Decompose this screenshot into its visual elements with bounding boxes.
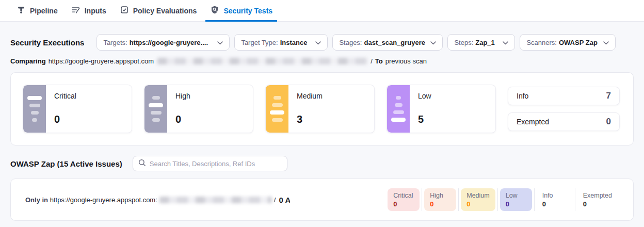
low-badge: Low 0 — [500, 188, 532, 211]
dropdown-label: Targets: — [103, 39, 127, 46]
info-summary-card: Info 7 — [508, 87, 620, 105]
exempted-badge: Exempted 0 — [577, 188, 618, 211]
severity-count: 0 — [606, 117, 611, 127]
steps-dropdown[interactable]: Steps:Zap_1 — [447, 34, 515, 51]
magnifier-icon — [138, 159, 146, 169]
separator: / — [274, 196, 276, 204]
only-in-label: Only in — [25, 196, 48, 204]
top-nav: Pipeline Inputs Policy Evaluations Secur… — [0, 0, 644, 22]
divider — [458, 188, 459, 211]
badge-label: High — [430, 192, 450, 199]
info-badge: Info 0 — [537, 188, 573, 211]
tab-security-tests[interactable]: Security Tests — [205, 0, 277, 21]
severity-bar — [27, 96, 42, 100]
severity-count: 5 — [418, 113, 487, 125]
severity-count: 0 — [175, 113, 245, 125]
critical-summary-card: Critical 0 — [23, 85, 132, 133]
high-summary-card: High 0 — [144, 85, 253, 133]
severity-bar — [32, 118, 37, 122]
severity-name: Medium — [297, 92, 366, 100]
search-input[interactable] — [150, 160, 282, 168]
issues-header-row: OWASP Zap (15 Active Issues) — [10, 156, 634, 171]
badge-label: Info — [542, 192, 567, 199]
redacted-text — [159, 197, 272, 203]
divider — [497, 188, 498, 211]
severity-bar — [393, 110, 404, 114]
to-label: To — [375, 57, 383, 65]
badge-count: 0 — [430, 200, 450, 208]
severity-level-icon — [266, 85, 288, 133]
severity-bar — [149, 103, 163, 107]
medium-summary-card: Medium 3 — [265, 85, 375, 133]
dropdown-value: dast_scan_gruyere — [364, 39, 425, 46]
dropdown-label: Steps: — [454, 39, 473, 46]
tab-policy-evaluations[interactable]: Policy Evaluations — [115, 0, 202, 21]
divider — [422, 188, 422, 211]
issues-search[interactable] — [133, 156, 287, 171]
severity-level-icon — [144, 85, 167, 133]
badge-label: Low — [506, 192, 526, 199]
severity-level-icon — [23, 85, 46, 133]
severity-bar — [272, 103, 283, 107]
comparing-line: Comparing https://google-gruyere.appspot… — [10, 57, 634, 65]
badge-count: 0 — [506, 200, 526, 208]
issue-group-row[interactable]: Only in https://google-gruyere.appspot.c… — [10, 179, 634, 221]
severity-summary-panel: Critical 0 High 0 Medium 3 — [10, 72, 634, 145]
severity-name: Critical — [54, 92, 123, 100]
severity-bar — [152, 118, 160, 122]
chevron-down-icon — [425, 39, 436, 46]
severity-badges: Critical 0 High 0 Medium 0 Low 0 Info 0 … — [388, 188, 618, 211]
badge-label: Critical — [393, 192, 414, 199]
severity-bar — [29, 104, 40, 107]
severity-bar — [270, 110, 284, 115]
tab-inputs[interactable]: Inputs — [67, 0, 111, 21]
high-badge: High 0 — [424, 188, 456, 211]
severity-count: 0 — [54, 113, 123, 125]
chevron-down-icon — [310, 39, 321, 46]
page-title: Security Executions — [10, 38, 84, 47]
tab-label: Pipeline — [30, 7, 58, 15]
dropdown-label: Scanners: — [526, 39, 557, 46]
badge-count: 0 — [393, 200, 414, 208]
badge-count: 0 — [466, 200, 489, 208]
pipeline-icon — [17, 5, 26, 16]
severity-count: 3 — [297, 113, 366, 125]
badge-count: 0 — [542, 200, 567, 208]
badge-label: Medium — [466, 192, 489, 199]
stages-dropdown[interactable]: Stages:dast_scan_gruyere — [332, 34, 443, 51]
dropdown-value: https://google-gruyere.... — [130, 39, 208, 46]
to-value: previous scan — [385, 57, 427, 65]
severity-bar — [31, 111, 39, 115]
badge-count: 0 — [583, 200, 612, 208]
chevron-down-icon — [212, 39, 223, 46]
critical-badge: Critical 0 — [388, 188, 420, 211]
scanners-dropdown[interactable]: Scanners:OWASP Zap — [520, 34, 616, 51]
severity-bar — [151, 111, 162, 115]
targets-dropdown[interactable]: Targets:https://google-gruyere.... — [96, 34, 230, 51]
exempted-summary-card: Exempted 0 — [508, 112, 620, 131]
comparing-url: https://google-gruyere.appspot.com — [49, 57, 154, 65]
severity-name: High — [175, 92, 245, 100]
filters-row: Security Executions Targets:https://goog… — [10, 34, 634, 51]
dropdown-value: OWASP Zap — [559, 39, 598, 46]
severity-bar — [395, 103, 403, 107]
severity-bar — [396, 96, 401, 100]
severity-bar — [152, 96, 160, 100]
severity-bar — [273, 96, 281, 100]
medium-badge: Medium 0 — [461, 188, 495, 211]
severity-level-icon — [387, 85, 410, 133]
tab-label: Inputs — [85, 7, 106, 15]
issues-heading: OWASP Zap (15 Active Issues) — [10, 159, 122, 168]
divider — [575, 188, 575, 211]
tab-label: Security Tests — [223, 7, 272, 15]
severity-name: Info — [517, 92, 528, 100]
dropdown-label: Target Type: — [241, 39, 278, 46]
severity-name: Low — [418, 92, 487, 100]
chevron-down-icon — [598, 39, 609, 46]
side-summary-column: Info 7 Exempted 0 — [508, 85, 620, 133]
inputs-sliders-icon — [71, 5, 81, 16]
tab-pipeline[interactable]: Pipeline — [12, 0, 62, 21]
target-type-dropdown[interactable]: Target Type:Instance — [234, 34, 328, 51]
shield-search-icon — [210, 5, 219, 16]
severity-bar — [391, 118, 406, 122]
